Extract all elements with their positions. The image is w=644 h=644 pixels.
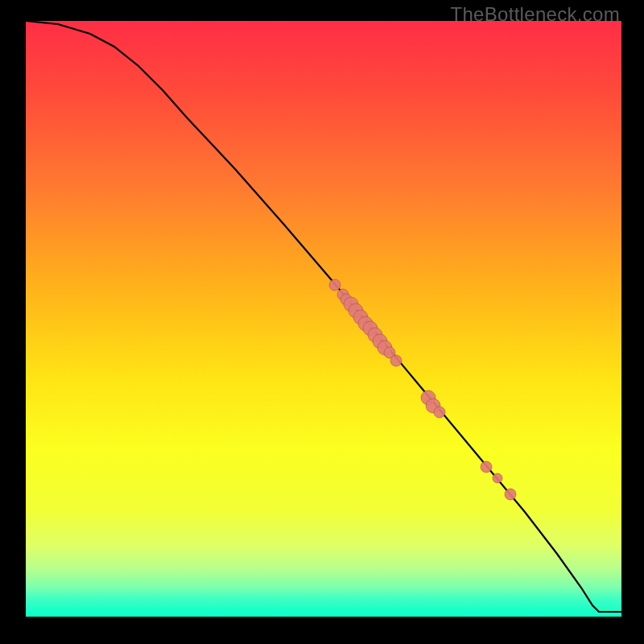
data-point <box>434 407 445 418</box>
chart-frame: TheBottleneck.com <box>0 0 644 644</box>
chart-overlay <box>26 21 621 617</box>
data-point <box>481 461 492 473</box>
data-point <box>329 279 341 291</box>
data-point <box>390 355 402 366</box>
plot-area <box>26 21 621 617</box>
data-point <box>505 489 516 500</box>
trend-curve <box>26 21 621 612</box>
data-point <box>493 473 502 483</box>
